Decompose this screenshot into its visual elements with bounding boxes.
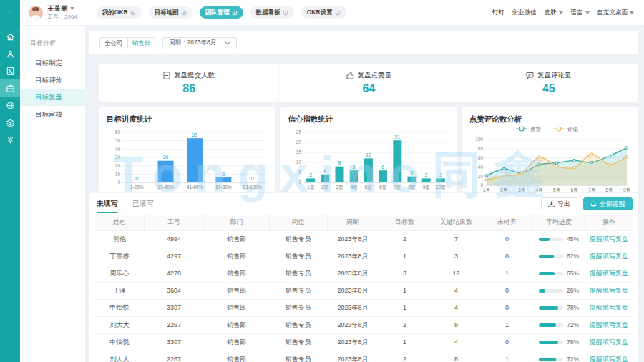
svg-text:4: 4: [324, 168, 327, 173]
cell-unaligned: 1: [482, 265, 532, 282]
topbar: 王芙丽 工号：2064 我的OKR目标地图团队管理数据看板OKR设置 钉钉企业微…: [20, 0, 644, 26]
gear-icon[interactable]: [0, 131, 20, 148]
nav-pill-4[interactable]: OKR设置: [301, 6, 346, 19]
svg-text:4星: 4星: [351, 185, 358, 190]
svg-text:6月: 6月: [570, 187, 577, 192]
cell-period: 2023年8月: [327, 248, 379, 265]
cell-objectives: 1: [379, 282, 431, 299]
app-logo[interactable]: [2, 5, 18, 19]
segment-sales-dept[interactable]: 销售部: [127, 38, 155, 49]
table-row: 刘大大2267销售部销售专员2023年8月28172%提醒填写复盘: [95, 351, 633, 362]
briefcase-icon[interactable]: [0, 79, 20, 97]
topbar-menu-label: 语言: [571, 9, 583, 17]
topbar-menu-3[interactable]: 语言: [571, 9, 590, 17]
cell-unaligned: 0: [482, 282, 532, 299]
home-icon[interactable]: [0, 28, 20, 45]
table-row: 周乐心4270销售部销售专员2023年8月312165%提醒填写复盘: [95, 265, 633, 282]
svg-text:3星: 3星: [336, 185, 344, 190]
remind-fill-link[interactable]: 提醒填写复盘: [590, 270, 628, 277]
cell-period: 2023年8月: [327, 282, 379, 299]
sidebar-item-0[interactable]: 目标制定: [20, 54, 85, 72]
svg-text:7星: 7星: [394, 185, 402, 190]
topbar-menu-0[interactable]: 钉钉: [492, 9, 504, 17]
table-row: 刘大大2267销售部销售专员2023年8月28172%提醒填写复盘: [95, 316, 633, 333]
table-row: 申怡悦3307销售部销售专员2023年8月14078%提醒填写复盘: [95, 299, 633, 316]
chevron-down-icon: [70, 7, 74, 10]
globe-icon[interactable]: [0, 97, 20, 114]
remind-fill-link[interactable]: 提醒填写复盘: [590, 321, 628, 328]
table-row: 熊伦4994销售部销售专员2023年8月27045%提醒填写复盘: [95, 230, 633, 248]
topbar-menu-4[interactable]: 自定义桌面: [597, 9, 635, 17]
remind-fill-link[interactable]: 提醒填写复盘: [590, 287, 628, 294]
sidebar-item-2[interactable]: 目标复盘: [20, 89, 85, 106]
progress-bar: [539, 341, 563, 344]
progress-bar: [539, 272, 563, 275]
chart-confidence-index: 信心指数统计 051015202521星42星83星64星125星66星217星…: [280, 107, 457, 192]
nav-pill-2[interactable]: 团队管理: [200, 6, 243, 19]
progress-bar: [539, 358, 563, 361]
remind-fill-link[interactable]: 提醒填写复盘: [590, 253, 628, 260]
segment-company[interactable]: 全公司: [100, 38, 127, 49]
cell-id: 4297: [144, 248, 204, 265]
stat-like-count: 复盘点赞量 64: [278, 64, 458, 102]
cell-dept: 销售部: [204, 230, 269, 248]
cell-name: 丁墨睿: [95, 248, 144, 265]
cell-period: 2023年8月: [327, 265, 379, 282]
nav-pill-3[interactable]: 数据看板: [250, 6, 294, 19]
sidebar-item-3[interactable]: 目标审核: [20, 106, 85, 123]
chevron-down-icon: [585, 11, 590, 14]
nav-pill-1[interactable]: 目标地图: [149, 6, 192, 19]
svg-text:100: 100: [475, 137, 483, 142]
cell-unaligned: 0: [482, 299, 532, 316]
svg-text:1星: 1星: [307, 185, 315, 190]
svg-text:80: 80: [477, 146, 483, 151]
svg-text:8: 8: [338, 160, 341, 165]
user-name[interactable]: 王芙丽: [47, 5, 77, 13]
sidebar-item-1[interactable]: 目标评分: [20, 72, 85, 89]
svg-text:41-60%: 41-60%: [187, 185, 203, 190]
tab-not-filled[interactable]: 未填写: [95, 199, 119, 209]
cell-period: 2023年8月: [327, 351, 379, 362]
cell-unaligned: 0: [482, 333, 532, 351]
svg-text:15: 15: [296, 150, 302, 155]
avatar[interactable]: [29, 6, 43, 20]
cell-period: 2023年8月: [327, 333, 379, 351]
cell-action: 提醒填写复盘: [585, 282, 633, 299]
layers-icon[interactable]: [0, 114, 20, 131]
progress-bar: [539, 306, 563, 310]
export-button[interactable]: 导出: [541, 197, 577, 210]
profile-doc-icon[interactable]: [0, 62, 20, 79]
cell-period: 2023年8月: [327, 230, 379, 248]
svg-text:8星: 8星: [409, 185, 416, 190]
remind-all-button[interactable]: 全部提醒: [583, 197, 633, 210]
svg-text:10: 10: [296, 160, 302, 165]
stat-comment-count: 复盘评论量 45: [459, 64, 638, 102]
cell-dept: 销售部: [204, 316, 269, 333]
cell-progress: 78%: [532, 333, 585, 351]
topbar-menu-1[interactable]: 企业微信: [512, 9, 537, 17]
team-icon[interactable]: [0, 45, 20, 62]
user-id: 工号：2064: [47, 14, 77, 20]
svg-text:5星: 5星: [365, 185, 373, 190]
target-icon: [181, 10, 187, 16]
cell-progress: 65%: [532, 265, 585, 282]
cell-action: 提醒填写复盘: [585, 248, 633, 265]
divider: [87, 7, 87, 19]
svg-text:0: 0: [299, 180, 302, 185]
cell-action: 提醒填写复盘: [585, 316, 633, 333]
topbar-menu-2[interactable]: 皮肤: [545, 9, 563, 17]
remind-fill-link[interactable]: 提醒填写复盘: [590, 235, 628, 243]
table-header-row: 姓名工号部门岗位周期目标数关键结果数未对齐平均进度操作: [95, 215, 633, 230]
remind-fill-link[interactable]: 提醒填写复盘: [590, 338, 628, 346]
svg-text:9星: 9星: [423, 185, 431, 190]
cell-key_results: 8: [431, 351, 482, 362]
chart-goal-progress: 目标进度统计 010203040506001-20%2621-40%5341-6…: [99, 107, 275, 192]
remind-fill-link[interactable]: 提醒填写复盘: [590, 356, 628, 362]
nav-pill-label: 数据看板: [256, 9, 280, 17]
tab-filled[interactable]: 已填写: [131, 199, 155, 209]
cell-progress: 26%: [532, 282, 585, 299]
cell-id: 3307: [144, 333, 204, 351]
nav-pill-0[interactable]: 我的OKR: [97, 6, 142, 19]
remind-fill-link[interactable]: 提醒填写复盘: [590, 304, 628, 311]
period-dropdown[interactable]: 周期：2023年8月: [162, 37, 237, 49]
